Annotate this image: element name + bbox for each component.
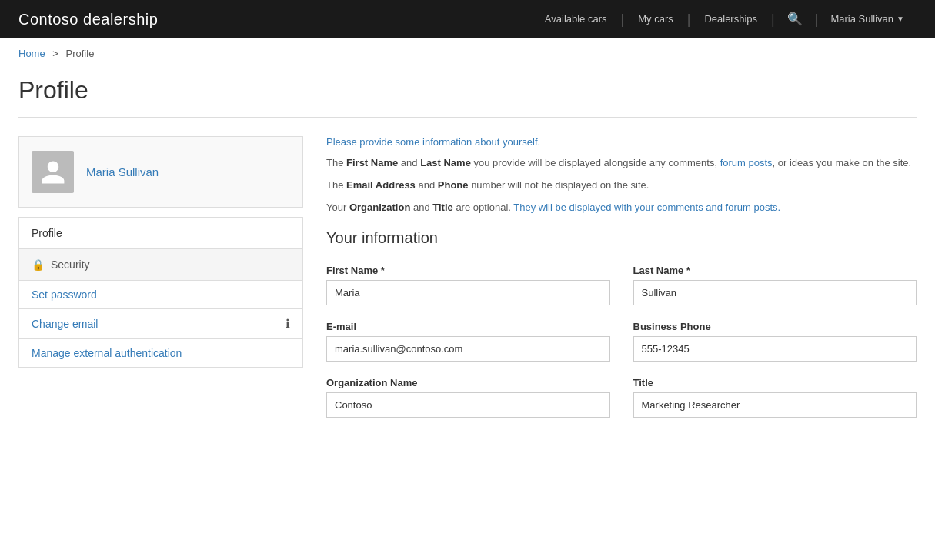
last-name-input[interactable] bbox=[633, 280, 917, 305]
org-label: Organization Name bbox=[326, 377, 610, 388]
first-name-group: First Name * bbox=[326, 265, 610, 305]
info-icon: ℹ bbox=[286, 317, 290, 331]
sidebar-item-profile[interactable]: Profile bbox=[18, 217, 303, 249]
breadcrumb-current: Profile bbox=[66, 48, 95, 59]
user-menu-caret: ▼ bbox=[897, 0, 904, 38]
first-name-input[interactable] bbox=[326, 280, 610, 305]
email-label: E-mail bbox=[326, 321, 610, 332]
forum-posts-link[interactable]: forum posts bbox=[720, 157, 773, 168]
brand-logo: Contoso dealership bbox=[18, 11, 531, 28]
desc-org-title: Your Organization and Title are optional… bbox=[326, 200, 917, 216]
your-info-heading: Your information bbox=[326, 229, 917, 252]
org-input[interactable] bbox=[326, 392, 610, 418]
breadcrumb: Home > Profile bbox=[0, 38, 935, 68]
sidebar-security-header: 🔒 Security bbox=[18, 249, 303, 281]
sidebar-manage-external[interactable]: Manage external authentication bbox=[18, 339, 303, 368]
first-name-label: First Name * bbox=[326, 265, 610, 276]
business-phone-group: Business Phone bbox=[633, 321, 917, 362]
email-bold: Email Address bbox=[346, 179, 416, 191]
nav-my-cars[interactable]: My cars bbox=[624, 0, 687, 38]
nav-links: Available cars | My cars | Dealerships |… bbox=[531, 0, 917, 38]
breadcrumb-home[interactable]: Home bbox=[18, 48, 45, 59]
nav-dealerships[interactable]: Dealerships bbox=[690, 0, 771, 38]
user-card: Maria Sullivan bbox=[18, 136, 303, 208]
page-container: Profile Maria Sullivan Profile 🔒 Securit… bbox=[0, 68, 935, 448]
title-bold: Title bbox=[432, 202, 453, 213]
user-name-label: Maria Sullivan bbox=[830, 0, 893, 38]
avatar bbox=[32, 151, 74, 193]
set-password-label: Set password bbox=[32, 288, 97, 301]
optional-blue: They will be displayed with your comment… bbox=[513, 202, 780, 213]
avatar-icon bbox=[39, 158, 67, 186]
intro-text: Please provide some information about yo… bbox=[326, 136, 917, 148]
desc-names: The First Name and Last Name you provide… bbox=[326, 155, 917, 172]
title-input[interactable] bbox=[633, 392, 917, 418]
main-content: Maria Sullivan Profile 🔒 Security Set pa… bbox=[18, 136, 917, 418]
search-icon[interactable]: 🔍 bbox=[775, 0, 815, 38]
business-phone-input[interactable] bbox=[633, 336, 917, 362]
title-label: Title bbox=[633, 377, 917, 388]
org-group: Organization Name bbox=[326, 377, 610, 418]
top-navigation: Contoso dealership Available cars | My c… bbox=[0, 0, 935, 38]
business-phone-label: Business Phone bbox=[633, 321, 917, 332]
page-divider bbox=[18, 117, 917, 118]
lock-icon: 🔒 bbox=[32, 258, 45, 271]
sidebar-user-name: Maria Sullivan bbox=[86, 165, 159, 178]
sidebar: Maria Sullivan Profile 🔒 Security Set pa… bbox=[18, 136, 303, 418]
change-email-label: Change email bbox=[32, 318, 98, 330]
sidebar-set-password[interactable]: Set password bbox=[18, 281, 303, 309]
fn-bold: First Name bbox=[346, 157, 398, 168]
breadcrumb-separator: > bbox=[52, 48, 58, 59]
email-group: E-mail bbox=[326, 321, 610, 362]
manage-external-label: Manage external authentication bbox=[32, 347, 182, 359]
org-bold: Organization bbox=[349, 202, 410, 213]
last-name-label: Last Name * bbox=[633, 265, 917, 276]
sidebar-nav: Profile 🔒 Security Set password Change e… bbox=[18, 217, 303, 368]
sidebar-security-label: Security bbox=[51, 258, 90, 271]
title-group: Title bbox=[633, 377, 917, 418]
page-title: Profile bbox=[18, 68, 917, 105]
email-input[interactable] bbox=[326, 336, 610, 362]
last-name-group: Last Name * bbox=[633, 265, 917, 305]
desc-email-phone: The Email Address and Phone number will … bbox=[326, 178, 917, 194]
ln-bold: Last Name bbox=[420, 157, 471, 168]
profile-form: First Name * Last Name * E-mail Business… bbox=[326, 265, 917, 418]
right-panel: Please provide some information about yo… bbox=[326, 136, 917, 418]
sidebar-change-email[interactable]: Change email ℹ bbox=[18, 309, 303, 339]
phone-bold: Phone bbox=[438, 179, 469, 191]
nav-available-cars[interactable]: Available cars bbox=[531, 0, 621, 38]
user-menu[interactable]: Maria Sullivan ▼ bbox=[818, 0, 917, 38]
